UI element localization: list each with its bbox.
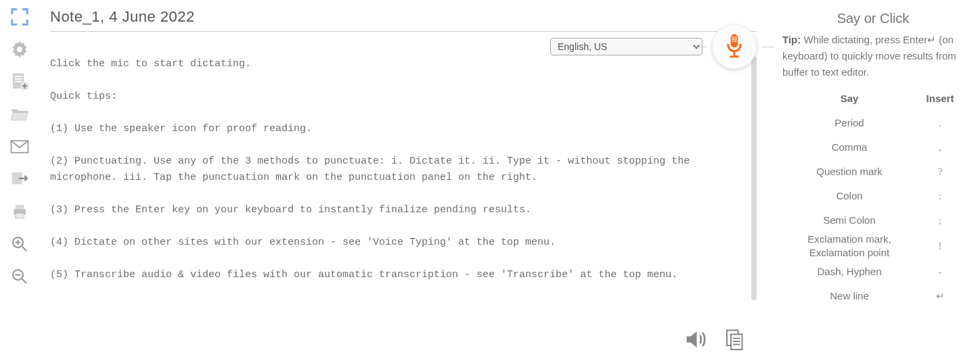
main-area: Note_1, 4 June 2022 English, US Click th… xyxy=(39,0,770,361)
punctuation-insert: ? xyxy=(916,166,964,178)
settings-button[interactable] xyxy=(8,38,31,61)
col-header-say: Say xyxy=(782,93,916,104)
punctuation-insert: . xyxy=(916,118,964,129)
svg-point-1 xyxy=(17,47,22,52)
microphone-button[interactable] xyxy=(712,24,757,69)
email-button[interactable] xyxy=(8,135,31,158)
punctuation-say: New line xyxy=(782,289,916,303)
zoom-out-button[interactable] xyxy=(8,265,31,288)
punctuation-row[interactable]: Semi Colon; xyxy=(782,208,964,233)
svg-rect-4 xyxy=(15,78,22,80)
print-button[interactable] xyxy=(8,200,31,223)
punctuation-say: Colon xyxy=(782,189,916,203)
open-folder-button[interactable] xyxy=(8,103,31,126)
punctuation-row[interactable]: Comma, xyxy=(782,135,964,160)
punctuation-insert: ! xyxy=(916,241,964,252)
punctuation-insert: ↵ xyxy=(916,290,964,302)
punctuation-say: Question mark xyxy=(782,165,916,178)
svg-rect-10 xyxy=(16,205,24,209)
right-panel: Say or Click Tip: While dictating, press… xyxy=(770,0,980,361)
svg-rect-17 xyxy=(732,41,736,41)
svg-rect-3 xyxy=(15,76,22,77)
editor-text-area[interactable]: Click the mic to start dictating. Quick … xyxy=(50,56,747,361)
tip-body: While dictating, press Enter↵ (on keyboa… xyxy=(782,34,956,78)
left-toolbar xyxy=(0,0,39,361)
right-panel-heading: Say or Click xyxy=(782,11,964,26)
punctuation-say: Comma xyxy=(782,141,916,154)
zoom-in-button[interactable] xyxy=(8,233,31,256)
microphone-icon xyxy=(723,33,746,60)
svg-rect-16 xyxy=(732,39,736,39)
top-controls: English, US xyxy=(550,24,757,69)
new-note-button[interactable] xyxy=(8,70,31,93)
punctuation-insert: ; xyxy=(916,215,964,226)
tip-label: Tip: xyxy=(782,34,801,45)
svg-rect-11 xyxy=(16,214,24,219)
punctuation-table-header: Say Insert xyxy=(782,93,964,104)
mic-decorative-line xyxy=(762,47,774,47)
punctuation-row[interactable]: Exclamation mark, Exclamation point! xyxy=(782,233,964,260)
punctuation-insert: - xyxy=(916,266,964,278)
editor-scrollbar[interactable] xyxy=(751,56,757,361)
fullscreen-button[interactable] xyxy=(8,5,31,28)
punctuation-say: Dash, Hyphen xyxy=(782,265,916,279)
export-button[interactable] xyxy=(8,168,31,191)
language-select[interactable]: English, US xyxy=(550,38,703,55)
punctuation-say: Semi Colon xyxy=(782,214,916,227)
speaker-button[interactable] xyxy=(684,327,708,352)
bottom-icons xyxy=(684,327,747,352)
note-title: Note_1, 4 June 2022 xyxy=(50,8,195,26)
mic-decorative-line xyxy=(694,47,707,47)
punctuation-insert: , xyxy=(916,142,964,153)
punctuation-row[interactable]: Colon: xyxy=(782,184,964,208)
punctuation-insert: : xyxy=(916,191,964,202)
punctuation-table: Say Insert Period.Comma,Question mark?Co… xyxy=(782,93,964,308)
svg-rect-5 xyxy=(15,81,22,82)
svg-rect-15 xyxy=(732,37,736,37)
col-header-insert: Insert xyxy=(916,93,964,104)
punctuation-row[interactable]: Period. xyxy=(782,111,964,135)
punctuation-say: Period xyxy=(782,116,916,130)
punctuation-row[interactable]: New line↵ xyxy=(782,284,964,308)
copy-button[interactable] xyxy=(723,327,747,352)
punctuation-say: Exclamation mark, Exclamation point xyxy=(782,233,916,260)
punctuation-row[interactable]: Question mark? xyxy=(782,160,964,184)
tip-text: Tip: While dictating, press Enter↵ (on k… xyxy=(782,32,964,80)
punctuation-row[interactable]: Dash, Hyphen- xyxy=(782,260,964,284)
